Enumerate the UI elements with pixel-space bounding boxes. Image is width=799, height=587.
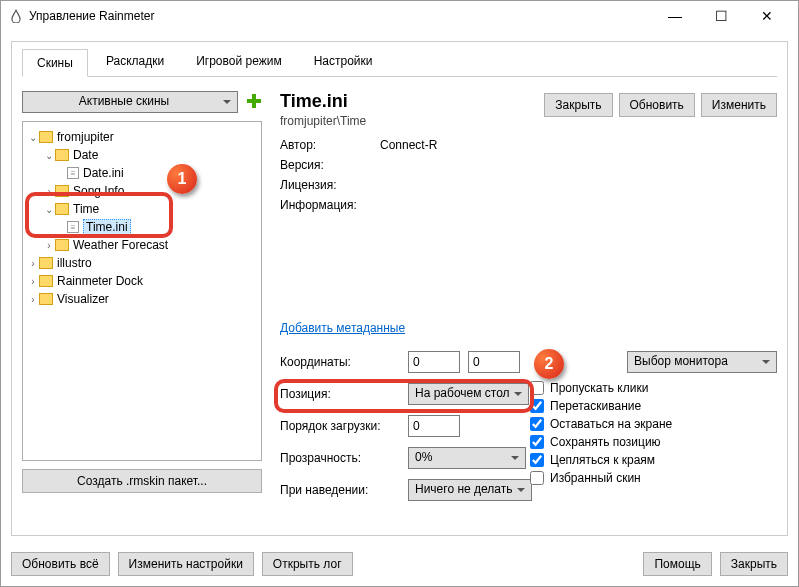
- folder-icon: [55, 185, 69, 197]
- author-value: Connect-R: [380, 138, 777, 152]
- folder-icon: [39, 293, 53, 305]
- chk-snap[interactable]: Цепляться к краям: [530, 453, 672, 467]
- load-order-label: Порядок загрузки:: [280, 419, 400, 433]
- author-label: Автор:: [280, 138, 380, 152]
- active-skins-dropdown[interactable]: Активные скины: [22, 91, 238, 113]
- hover-dropdown[interactable]: Ничего не делать: [408, 479, 532, 501]
- help-button[interactable]: Помощь: [643, 552, 711, 576]
- chk-pos[interactable]: Сохранять позицию: [530, 435, 672, 449]
- tree-item[interactable]: Date.ini: [83, 166, 124, 180]
- add-skin-icon[interactable]: [246, 93, 262, 112]
- folder-icon: [55, 203, 69, 215]
- create-rmskin-button[interactable]: Создать .rmskin пакет...: [22, 469, 262, 493]
- window-title: Управление Rainmeter: [29, 9, 652, 23]
- tree-item[interactable]: illustro: [57, 256, 92, 270]
- tree-item[interactable]: Visualizer: [57, 292, 109, 306]
- close-skin-button[interactable]: Закрыть: [544, 93, 612, 117]
- tree-item[interactable]: Rainmeter Dock: [57, 274, 143, 288]
- coord-x-input[interactable]: [408, 351, 460, 373]
- tree-item[interactable]: Song Info: [73, 184, 124, 198]
- transparency-dropdown[interactable]: 0%: [408, 447, 526, 469]
- close-button[interactable]: ✕: [744, 1, 790, 31]
- maximize-button[interactable]: ☐: [698, 1, 744, 31]
- chk-screen[interactable]: Оставаться на экране: [530, 417, 672, 431]
- minimize-button[interactable]: —: [652, 1, 698, 31]
- file-icon: ≡: [67, 221, 79, 233]
- info-label: Информация:: [280, 198, 380, 212]
- tree-item[interactable]: Weather Forecast: [73, 238, 168, 252]
- refresh-skin-button[interactable]: Обновить: [619, 93, 695, 117]
- app-icon: [9, 9, 23, 23]
- folder-icon: [39, 131, 53, 143]
- position-label: Позиция:: [280, 387, 400, 401]
- tab-layouts[interactable]: Раскладки: [92, 48, 178, 76]
- edit-settings-button[interactable]: Изменить настройки: [118, 552, 254, 576]
- close-app-button[interactable]: Закрыть: [720, 552, 788, 576]
- tab-bar: Скины Раскладки Игровой режим Настройки: [22, 48, 777, 77]
- add-metadata-link[interactable]: Добавить метаданные: [280, 321, 405, 335]
- transparency-label: Прозрачность:: [280, 451, 400, 465]
- chk-fav[interactable]: Избранный скин: [530, 471, 672, 485]
- hover-label: При наведении:: [280, 483, 400, 497]
- tab-skins[interactable]: Скины: [22, 49, 88, 77]
- file-icon: ≡: [67, 167, 79, 179]
- tree-item-selected[interactable]: Time.ini: [83, 219, 131, 235]
- chk-click[interactable]: Пропускать клики: [530, 381, 672, 395]
- coord-y-input[interactable]: [468, 351, 520, 373]
- tab-game[interactable]: Игровой режим: [182, 48, 296, 76]
- open-log-button[interactable]: Открыть лог: [262, 552, 353, 576]
- position-dropdown[interactable]: На рабочем стол: [408, 383, 529, 405]
- load-order-input[interactable]: [408, 415, 460, 437]
- svg-rect-1: [247, 99, 261, 103]
- tree-item[interactable]: fromjupiter: [57, 130, 114, 144]
- titlebar: Управление Rainmeter — ☐ ✕: [1, 1, 798, 31]
- folder-icon: [55, 149, 69, 161]
- folder-icon: [55, 239, 69, 251]
- folder-icon: [39, 257, 53, 269]
- skin-tree[interactable]: ⌄fromjupiter ⌄Date ≡Date.ini ›Song Info …: [22, 121, 262, 461]
- tree-item[interactable]: Time: [73, 202, 99, 216]
- chk-drag[interactable]: Перетаскивание: [530, 399, 672, 413]
- coords-label: Координаты:: [280, 355, 400, 369]
- license-label: Лицензия:: [280, 178, 380, 192]
- monitor-dropdown[interactable]: Выбор монитора: [627, 351, 777, 373]
- edit-skin-button[interactable]: Изменить: [701, 93, 777, 117]
- folder-icon: [39, 275, 53, 287]
- version-label: Версия:: [280, 158, 380, 172]
- refresh-all-button[interactable]: Обновить всё: [11, 552, 110, 576]
- tab-settings[interactable]: Настройки: [300, 48, 387, 76]
- tree-item[interactable]: Date: [73, 148, 98, 162]
